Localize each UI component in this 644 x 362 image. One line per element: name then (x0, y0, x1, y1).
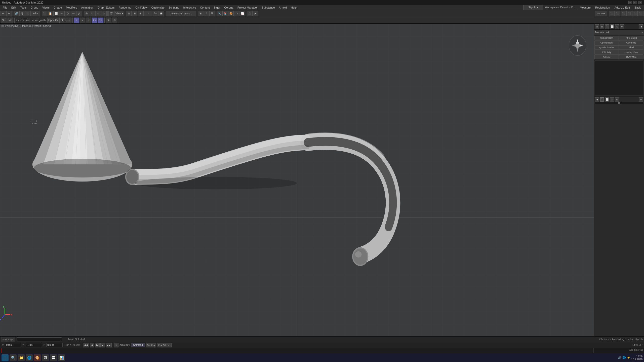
fence-select-button[interactable]: ⬡ (65, 11, 70, 16)
tb-icon-6[interactable]: ⬛ (638, 11, 643, 16)
material-editor[interactable]: 🎨 (228, 11, 234, 16)
rotate-button[interactable]: ↻ (90, 11, 95, 16)
mirror-button[interactable]: ⊠ (132, 11, 137, 16)
menu-civil-view[interactable]: Civil View (134, 5, 149, 10)
scene-explorer[interactable]: 🗂 (234, 11, 239, 16)
rp-icon-1[interactable]: ⊞ (595, 24, 599, 29)
menu-group[interactable]: Group (29, 5, 40, 10)
taskbar-extra-2[interactable]: 📊 (58, 354, 65, 361)
rp-icon-3[interactable]: ⬛ (605, 24, 609, 29)
ribbon-toggle[interactable]: 🔧 (217, 11, 222, 16)
curve-editor[interactable]: 📈 (240, 11, 245, 16)
play-btn[interactable]: ▶ (95, 343, 100, 347)
search-taskbar[interactable]: 🔍 (10, 354, 17, 361)
x-coord-button[interactable]: X (74, 18, 79, 23)
mod-unwrap-uvw[interactable]: Unwrap UVW (619, 50, 643, 55)
select-move-button[interactable]: ✛ (84, 11, 89, 16)
open-gr-button[interactable]: Open Gr (47, 18, 59, 23)
snap-btn[interactable]: 🔲 (158, 11, 164, 16)
menu-scripting[interactable]: Scripting (167, 5, 181, 10)
link-button[interactable]: 🔗 (14, 11, 19, 16)
lasso-select-button[interactable]: ✏ (71, 11, 76, 16)
rp-icon-5[interactable]: ⬡ (615, 24, 619, 29)
rp-expand-button[interactable]: ◀ (639, 24, 643, 29)
xy-coord-button[interactable]: XY (92, 18, 97, 23)
add-key-button[interactable]: + (114, 343, 118, 347)
z-input[interactable] (46, 343, 63, 347)
tb-icon-4[interactable]: ⬛ (626, 11, 632, 16)
prev-btn[interactable]: ◀ (90, 343, 94, 347)
mod-shell[interactable]: Shell (619, 45, 643, 50)
render-button[interactable]: 🎬 (108, 11, 114, 16)
mod-extrude[interactable]: Extrude (594, 55, 619, 59)
next-frame-btn[interactable]: ▶▶ (106, 343, 112, 347)
windows-button[interactable]: ⊞ (2, 354, 9, 361)
tb-icon-1[interactable]: ⬛ (609, 11, 615, 16)
mod-edit-poly[interactable]: Edit Poly (594, 50, 619, 55)
mod-icon-1[interactable]: ◀ (595, 97, 599, 102)
z-coord-button[interactable]: Z (86, 18, 91, 23)
x-input[interactable] (5, 343, 21, 347)
menu-views[interactable]: Views (41, 5, 51, 10)
timeline-track[interactable]: Add Time Tag (0, 348, 644, 353)
mod-turbosmooth[interactable]: Turbosmooth (594, 36, 619, 40)
menu-customize[interactable]: Customize (150, 5, 166, 10)
view-dropdown[interactable]: View ▾ (114, 11, 124, 16)
select-scale-button[interactable]: ⤢ (101, 11, 107, 16)
yx-coord-button[interactable]: YX (98, 18, 103, 23)
rect-select-button[interactable]: ⬜ (53, 11, 59, 16)
array-button[interactable]: ⊞ (138, 11, 143, 16)
maximize-button[interactable]: □ (633, 1, 637, 4)
tb-icon-5[interactable]: ⬛ (632, 11, 638, 16)
menu-tools[interactable]: Tools (18, 5, 28, 10)
menu-corona[interactable]: Corona (223, 5, 235, 10)
mod-geometry[interactable]: Geometry (619, 40, 643, 45)
menu-interactive[interactable]: Interactive (182, 5, 198, 10)
menu-siger[interactable]: Siger (212, 5, 222, 10)
render-setup[interactable]: 🎥 (247, 11, 253, 16)
y-input[interactable] (26, 343, 42, 347)
select-filter-dropdown[interactable]: All ▾ (31, 11, 40, 16)
menu-file[interactable]: File (1, 5, 9, 10)
modifier-list-arrow[interactable]: ▾ (641, 31, 643, 34)
redo-button[interactable]: ↪ (6, 11, 12, 16)
select-by-name-button[interactable]: 📋 (48, 11, 53, 16)
3ds-icon[interactable]: 3 (143, 11, 152, 16)
menu-project-manager[interactable]: Project Manager (236, 5, 260, 10)
mod-opensubdiv[interactable]: OpenSubdiv (594, 40, 619, 45)
modifier-slider[interactable] (595, 102, 643, 104)
registration-menu[interactable]: Registration (593, 6, 612, 10)
close-button[interactable]: ✕ (638, 1, 642, 4)
mod-quad-chamfer[interactable]: Quad Chamfer (594, 45, 619, 50)
coord-extra-1[interactable]: ⊕ (106, 18, 111, 23)
mod-uvw-map[interactable]: UVW Map (619, 55, 643, 59)
coord-extra-2[interactable]: ⊡ (112, 18, 117, 23)
scale-button[interactable]: ⤡ (95, 11, 101, 16)
minimize-button[interactable]: – (628, 1, 632, 4)
sign-in-button[interactable]: Sign In ▾ (523, 5, 543, 10)
undo-button[interactable]: ↩ (1, 11, 6, 16)
unlink-button[interactable]: ⛓ (19, 11, 25, 16)
adv-uv-edit-menu[interactable]: Adv. UV Edit (613, 6, 632, 10)
taskbar-explorer[interactable]: 📁 (18, 354, 25, 361)
create-selection-set[interactable]: Create Selection Se... (166, 11, 196, 16)
render-frame[interactable]: ▶ (253, 11, 258, 16)
snap-toggle[interactable]: ⊞ (198, 11, 203, 16)
mod-icon-2[interactable]: ⬛ (600, 97, 604, 102)
y-coord-button[interactable]: Y (80, 18, 85, 23)
mod-icon-4[interactable]: ⬡ (610, 97, 614, 102)
layer-manager[interactable]: 📚 (222, 11, 228, 16)
angle-snap[interactable]: ∠ (204, 11, 209, 16)
paint-select-button[interactable]: 🖌 (76, 11, 82, 16)
key-filters-button[interactable]: Key Filters... (157, 343, 172, 347)
rp-icon-4[interactable]: ⬜ (610, 24, 614, 29)
align-button[interactable]: ⊞ (126, 11, 132, 16)
menu-create[interactable]: Create (52, 5, 64, 10)
sp-tools-button[interactable]: Sp. Tools (1, 18, 13, 23)
circle-select-button[interactable]: ○ (59, 11, 65, 16)
next-btn[interactable]: ▶ (100, 343, 105, 347)
menu-arnold[interactable]: Arnold (277, 5, 289, 10)
rp-icon-2[interactable]: ⊠ (600, 24, 604, 29)
select-object-button[interactable]: ⬛ (42, 11, 47, 16)
percent-btn[interactable]: % (153, 11, 158, 16)
